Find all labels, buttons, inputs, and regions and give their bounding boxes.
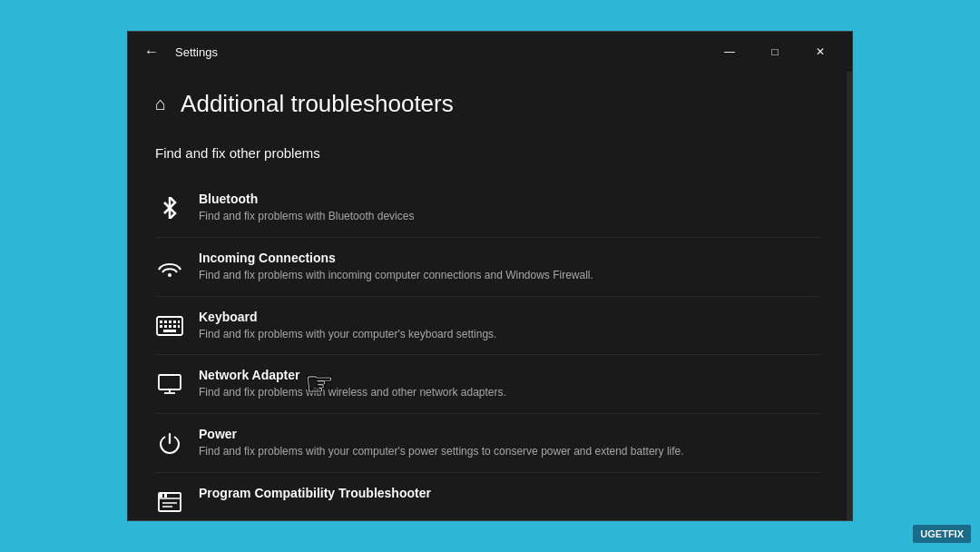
item-name: Program Compatibility Troubleshooter — [199, 486, 819, 500]
title-bar-controls: — □ ✕ — [709, 39, 841, 64]
item-text: Program Compatibility Troubleshooter — [199, 486, 819, 503]
svg-rect-20 — [160, 494, 162, 498]
maximize-button[interactable]: □ — [754, 39, 796, 64]
svg-rect-11 — [178, 325, 180, 328]
watermark: UGETFIX — [913, 525, 971, 543]
svg-rect-9 — [169, 325, 172, 328]
program-compat-icon — [155, 488, 184, 517]
svg-rect-5 — [173, 320, 176, 323]
scrollbar[interactable] — [847, 72, 852, 520]
svg-rect-10 — [173, 325, 176, 328]
keyboard-icon — [155, 311, 184, 340]
item-name: Network Adapter — [199, 368, 819, 382]
window-title: Settings — [175, 45, 218, 59]
list-item[interactable]: Program Compatibility Troubleshooter — [155, 473, 819, 520]
item-text: Incoming Connections Find and fix proble… — [199, 251, 819, 283]
svg-rect-13 — [159, 375, 181, 389]
item-text: Bluetooth Find and fix problems with Blu… — [199, 192, 819, 224]
svg-rect-8 — [164, 325, 167, 328]
item-desc: Find and fix problems with your computer… — [199, 444, 819, 459]
network-adapter-icon — [155, 370, 184, 399]
bluetooth-icon — [155, 193, 184, 222]
title-bar-left: ← Settings — [139, 42, 218, 62]
section-heading: Find and fix other problems — [155, 145, 819, 161]
item-text: Keyboard Find and fix problems with your… — [199, 310, 819, 342]
svg-rect-21 — [164, 494, 167, 498]
svg-point-0 — [168, 273, 172, 277]
item-name: Incoming Connections — [199, 251, 819, 265]
list-item[interactable]: Network Adapter Find and fix problems wi… — [155, 355, 819, 414]
settings-window: ← Settings — □ ✕ ⌂ Additional troublesho… — [127, 31, 853, 521]
svg-rect-6 — [178, 320, 180, 323]
item-desc: Find and fix problems with your computer… — [199, 327, 819, 342]
list-item[interactable]: Incoming Connections Find and fix proble… — [155, 238, 819, 297]
svg-rect-4 — [169, 320, 172, 323]
item-desc: Find and fix problems with Bluetooth dev… — [199, 209, 819, 224]
item-name: Bluetooth — [199, 192, 819, 206]
close-button[interactable]: ✕ — [799, 39, 841, 64]
item-name: Keyboard — [199, 310, 819, 324]
title-bar: ← Settings — □ ✕ — [128, 32, 852, 72]
page-title: Additional troubleshooters — [181, 90, 454, 118]
home-icon[interactable]: ⌂ — [155, 94, 166, 114]
item-desc: Find and fix problems with wireless and … — [199, 385, 819, 400]
item-name: Power — [199, 427, 819, 441]
minimize-button[interactable]: — — [709, 39, 750, 64]
page-header: ⌂ Additional troubleshooters — [155, 90, 819, 118]
main-content: ⌂ Additional troubleshooters Find and fi… — [128, 72, 847, 520]
item-text: Network Adapter Find and fix problems wi… — [199, 368, 819, 400]
window-content: ⌂ Additional troubleshooters Find and fi… — [128, 72, 852, 520]
svg-rect-3 — [164, 320, 167, 323]
list-item[interactable]: Bluetooth Find and fix problems with Blu… — [155, 179, 819, 238]
svg-rect-7 — [160, 325, 162, 328]
list-item[interactable]: Power Find and fix problems with your co… — [155, 414, 819, 473]
troubleshooter-list: Bluetooth Find and fix problems with Blu… — [155, 179, 819, 520]
svg-rect-2 — [160, 320, 162, 323]
incoming-connections-icon — [155, 252, 184, 281]
item-desc: Find and fix problems with incoming comp… — [199, 268, 819, 283]
item-text: Power Find and fix problems with your co… — [199, 427, 819, 459]
list-item[interactable]: Keyboard Find and fix problems with your… — [155, 297, 819, 356]
back-button[interactable]: ← — [139, 42, 164, 62]
power-icon — [155, 429, 184, 458]
svg-rect-12 — [163, 330, 176, 332]
